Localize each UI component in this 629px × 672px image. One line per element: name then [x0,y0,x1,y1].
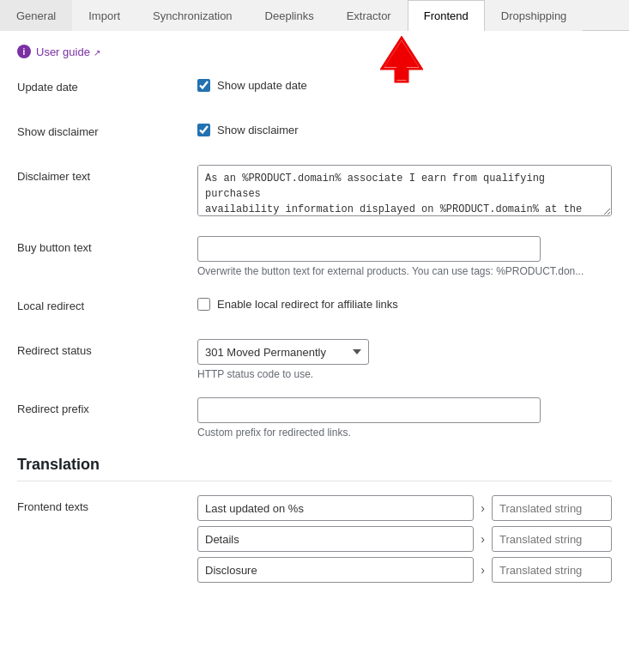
translation-source-2[interactable] [197,557,474,583]
show-disclaimer-checkbox[interactable] [197,124,210,136]
redirect-status-control: 301 Moved Permanently 302 Found 307 Temp… [197,339,612,380]
translation-source-1[interactable] [197,526,474,552]
redirect-prefix-label: Redirect prefix [17,397,197,415]
translation-arrow-1: › [477,532,488,546]
arrow-up-indicator [380,36,423,86]
buy-button-hint: Overwrite the button text for external p… [197,265,612,277]
translation-row-2: › [197,557,612,583]
translation-group: › › › [197,495,612,583]
buy-button-text-label: Buy button text [17,236,197,254]
tab-general[interactable]: General [0,0,72,31]
show-disclaimer-checkbox-label[interactable]: Show disclaimer [217,124,299,136]
disclaimer-text-input[interactable]: As an %PRODUCT.domain% associate I earn … [197,165,612,216]
frontend-texts-control: › › › [197,495,612,583]
tab-dropshipping[interactable]: Dropshipping [485,0,584,31]
local-redirect-control: Enable local redirect for affiliate link… [197,294,612,311]
redirect-status-hint: HTTP status code to use. [197,368,612,380]
external-link-icon: ↗ [94,48,100,58]
local-redirect-row: Local redirect Enable local redirect for… [17,294,612,322]
translation-target-2[interactable] [492,557,612,583]
tab-extractor[interactable]: Extractor [330,0,408,31]
translation-target-1[interactable] [492,526,612,552]
tab-frontend[interactable]: Frontend [408,0,485,31]
buy-button-text-control: Overwrite the button text for external p… [197,236,612,277]
update-date-checkbox[interactable] [197,79,210,92]
translation-row-0: › [197,495,612,521]
tab-synchronization[interactable]: Synchronization [136,0,249,31]
local-redirect-label: Local redirect [17,294,197,312]
translation-section-title: Translation [17,456,612,481]
redirect-status-label: Redirect status [17,339,197,357]
redirect-prefix-hint: Custom prefix for redirected links. [197,427,612,439]
update-date-row: Update date Show update date [17,76,612,103]
tab-import[interactable]: Import [72,0,136,31]
redirect-prefix-control: Custom prefix for redirected links. [197,397,612,439]
buy-button-text-row: Buy button text Overwrite the button tex… [17,236,612,277]
show-disclaimer-control: Show disclaimer [197,120,612,136]
frontend-texts-row: Frontend texts › › › [17,495,612,583]
update-date-checkbox-label[interactable]: Show update date [217,79,307,92]
show-disclaimer-row: Show disclaimer Show disclaimer [17,120,612,148]
local-redirect-checkbox-label[interactable]: Enable local redirect for affiliate link… [217,298,398,311]
info-icon: i [17,45,31,58]
translation-target-0[interactable] [492,495,612,521]
redirect-status-row: Redirect status 301 Moved Permanently 30… [17,339,612,380]
translation-row-1: › [197,526,612,552]
redirect-status-select[interactable]: 301 Moved Permanently 302 Found 307 Temp… [197,339,369,365]
disclaimer-text-control: As an %PRODUCT.domain% associate I earn … [197,165,612,219]
disclaimer-text-row: Disclaimer text As an %PRODUCT.domain% a… [17,165,612,219]
user-guide-link[interactable]: User guide ↗ [36,45,100,58]
buy-button-text-input[interactable] [197,236,541,262]
frontend-texts-label: Frontend texts [17,495,197,513]
redirect-prefix-row: Redirect prefix Custom prefix for redire… [17,397,612,439]
local-redirect-checkbox[interactable] [197,298,210,311]
redirect-prefix-input[interactable] [197,397,541,423]
svg-marker-1 [384,40,419,80]
tab-deeplinks[interactable]: Deeplinks [249,0,330,31]
translation-arrow-0: › [477,501,488,515]
update-date-label: Update date [17,76,197,94]
tabs-bar: General Import Synchronization Deeplinks… [0,0,629,31]
translation-arrow-2: › [477,563,488,577]
disclaimer-text-label: Disclaimer text [17,165,197,183]
content-area: i User guide ↗ Update date Show update d… [0,31,629,614]
translation-source-0[interactable] [197,495,474,521]
user-guide-row: i User guide ↗ [17,45,612,58]
show-disclaimer-label: Show disclaimer [17,120,197,138]
